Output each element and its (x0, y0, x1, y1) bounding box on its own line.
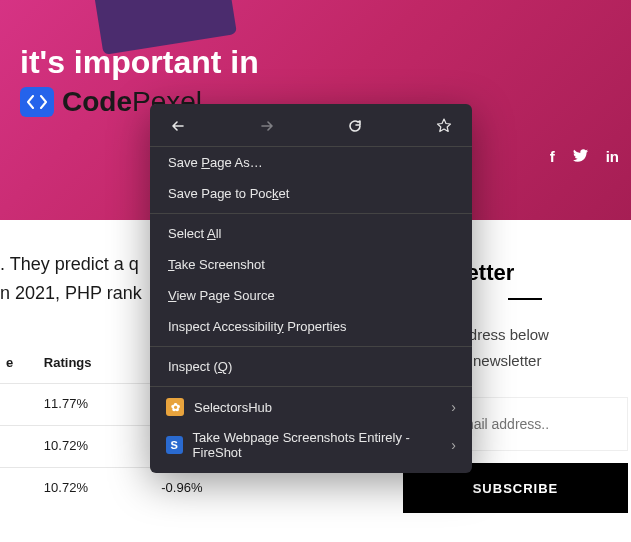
context-menu-item[interactable]: Inspect Accessibility Properties (150, 311, 472, 342)
extension-icon: S (166, 436, 183, 454)
chevron-right-icon: › (451, 399, 456, 415)
cm-post: age As… (210, 155, 263, 170)
extension-icon: ✿ (166, 398, 184, 416)
cm-post: ake Screenshot (175, 257, 265, 272)
extension-label: Take Webpage Screenshots Entirely - Fire… (193, 430, 442, 460)
table-row: 10.72% -0.96% (0, 467, 260, 508)
th-1: Ratings (38, 343, 155, 384)
extension-label: SelectorsHub (194, 400, 272, 415)
back-icon[interactable] (168, 116, 188, 136)
cm-pre: Save Page to Poc (168, 186, 272, 201)
context-menu-item[interactable]: View Page Source (150, 280, 472, 311)
context-menu-extension[interactable]: ✿SelectorsHub› (150, 391, 472, 423)
context-menu-separator (150, 346, 472, 347)
cm-underline: Q (218, 359, 228, 374)
cm-post: ) (228, 359, 232, 374)
cell (0, 467, 38, 508)
cell: -0.96% (155, 467, 260, 508)
context-menu-nav (150, 110, 472, 147)
context-menu-item[interactable]: Select All (150, 218, 472, 249)
bookmark-star-icon[interactable] (434, 116, 454, 136)
cm-post: Properties (284, 319, 347, 334)
linkedin-icon[interactable]: in (606, 148, 619, 165)
chevron-right-icon: › (451, 437, 456, 453)
context-menu-item[interactable]: Inspect (Q) (150, 351, 472, 382)
cm-post: et (279, 186, 290, 201)
brand-bold: Code (62, 86, 132, 117)
context-menu-separator (150, 213, 472, 214)
article-line2: n 2021, PHP rank (0, 283, 142, 303)
th-0: e (0, 343, 38, 384)
cm-pre: Inspect Accessibilit (168, 319, 277, 334)
cm-pre: Save (168, 155, 201, 170)
twitter-icon[interactable] (573, 148, 588, 165)
code-icon (20, 87, 54, 117)
social-links: f in (550, 148, 619, 165)
context-menu-extension[interactable]: STake Webpage Screenshots Entirely - Fir… (150, 423, 472, 467)
cm-underline: A (207, 226, 216, 241)
title-divider (508, 298, 542, 300)
context-menu-item[interactable]: Take Screenshot (150, 249, 472, 280)
cm-pre: Select (168, 226, 207, 241)
facebook-icon[interactable]: f (550, 148, 555, 165)
context-menu-item[interactable]: Save Page to Pocket (150, 178, 472, 209)
cm-post: ll (216, 226, 222, 241)
cm-underline: P (201, 155, 210, 170)
article-line1: . They predict a q (0, 254, 139, 274)
forward-icon[interactable] (257, 116, 277, 136)
reload-icon[interactable] (345, 116, 365, 136)
cm-post: iew Page Source (176, 288, 274, 303)
context-menu-item[interactable]: Save Page As… (150, 147, 472, 178)
cell: 11.77% (38, 384, 155, 426)
context-menu: Save Page As…Save Page to PocketSelect A… (150, 104, 472, 473)
cell (0, 426, 38, 468)
context-menu-separator (150, 386, 472, 387)
cell: 10.72% (38, 467, 155, 508)
cell (0, 384, 38, 426)
cm-pre: Inspect ( (168, 359, 218, 374)
cell: 10.72% (38, 426, 155, 468)
